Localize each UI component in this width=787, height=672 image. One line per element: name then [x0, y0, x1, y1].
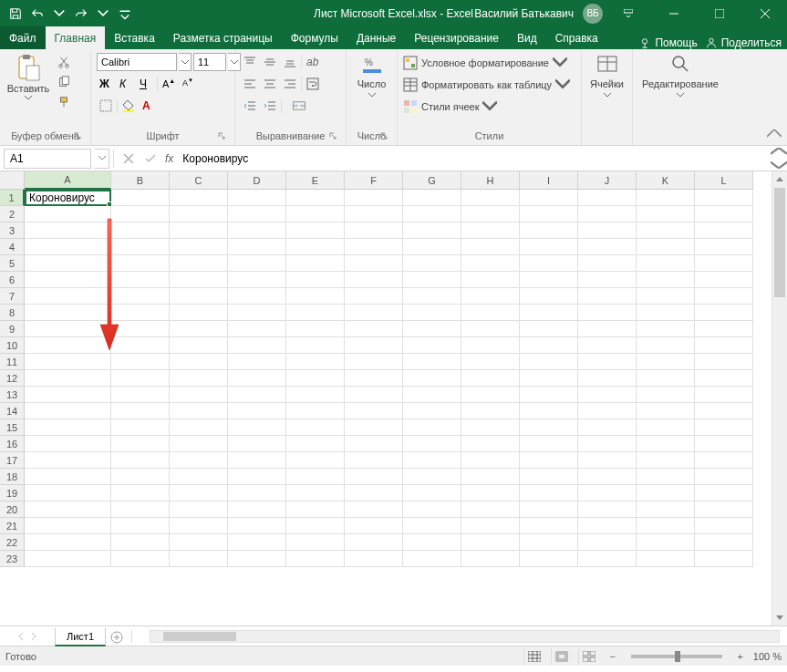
cell[interactable] [170, 551, 228, 567]
align-left-button[interactable] [241, 75, 259, 93]
cell[interactable] [25, 403, 111, 419]
cell[interactable] [695, 321, 753, 337]
decrease-font-button[interactable]: A▼ [180, 75, 198, 93]
align-top-button[interactable] [241, 53, 259, 71]
cell[interactable] [111, 419, 170, 436]
minimize-button[interactable] [654, 0, 694, 26]
row-header[interactable]: 10 [0, 337, 25, 354]
cell[interactable] [520, 255, 578, 272]
cell[interactable] [637, 206, 695, 222]
name-box[interactable]: A1 [4, 149, 91, 169]
confirm-edit-button[interactable] [140, 149, 161, 169]
cell[interactable] [520, 469, 578, 485]
redo-button[interactable] [71, 4, 91, 24]
cell[interactable] [578, 419, 637, 436]
cell[interactable] [578, 305, 637, 321]
fill-handle[interactable] [107, 202, 112, 207]
row-header[interactable]: 7 [0, 288, 25, 305]
row-header[interactable]: 18 [0, 469, 25, 485]
cell[interactable] [228, 321, 286, 337]
row-header[interactable]: 17 [0, 452, 25, 469]
cell[interactable] [111, 321, 170, 337]
cell[interactable] [111, 403, 170, 419]
cell[interactable] [228, 518, 286, 534]
column-header[interactable]: L [695, 171, 753, 190]
cell[interactable] [170, 222, 228, 239]
cell[interactable] [578, 469, 637, 485]
cell[interactable] [637, 272, 695, 288]
column-header[interactable]: K [637, 171, 695, 190]
cell[interactable] [111, 239, 170, 255]
save-button[interactable] [5, 4, 26, 24]
cell[interactable] [578, 403, 637, 419]
row-header[interactable]: 22 [0, 534, 25, 551]
cell[interactable] [695, 288, 753, 305]
cell[interactable] [228, 222, 286, 239]
cell[interactable] [403, 337, 461, 354]
cell[interactable] [345, 501, 403, 518]
cell[interactable] [403, 305, 461, 321]
cell[interactable] [228, 305, 286, 321]
cell[interactable] [111, 469, 170, 485]
cell[interactable] [286, 501, 345, 518]
ribbon-options-button[interactable] [608, 0, 648, 26]
cell[interactable] [170, 305, 228, 321]
cell[interactable] [286, 485, 345, 501]
cell[interactable] [461, 387, 520, 403]
cell[interactable] [286, 288, 345, 305]
font-name-dropdown[interactable] [179, 53, 192, 71]
cell[interactable] [637, 551, 695, 567]
cell[interactable] [345, 534, 403, 551]
cell[interactable] [345, 370, 403, 387]
cell[interactable] [25, 551, 111, 567]
cell[interactable] [111, 288, 170, 305]
row-header[interactable]: 5 [0, 255, 25, 272]
cell[interactable] [25, 272, 111, 288]
font-color-button[interactable]: A [140, 97, 158, 115]
cell[interactable] [461, 288, 520, 305]
cell[interactable] [345, 469, 403, 485]
clipboard-launcher[interactable] [72, 130, 83, 141]
name-box-dropdown[interactable] [95, 149, 109, 169]
cell[interactable] [578, 551, 637, 567]
cell[interactable] [345, 419, 403, 436]
vertical-scrollbar[interactable] [771, 171, 787, 625]
cell[interactable] [520, 239, 578, 255]
cell[interactable] [170, 403, 228, 419]
cell[interactable] [286, 321, 345, 337]
cell[interactable] [695, 354, 753, 370]
sheet-tab-1[interactable]: Лист1 [55, 628, 106, 646]
cell[interactable] [578, 501, 637, 518]
cell[interactable] [578, 436, 637, 452]
cell[interactable] [345, 288, 403, 305]
cell[interactable] [111, 190, 170, 206]
tab-page-layout[interactable]: Разметка страницы [164, 26, 282, 49]
cell[interactable] [695, 469, 753, 485]
cell[interactable] [25, 255, 111, 272]
font-size-combo[interactable]: 11 [193, 53, 226, 71]
cell[interactable] [637, 337, 695, 354]
font-launcher[interactable] [216, 130, 227, 141]
cell[interactable] [520, 518, 578, 534]
zoom-out-button[interactable]: − [606, 649, 620, 664]
cell[interactable] [286, 272, 345, 288]
cell[interactable] [695, 419, 753, 436]
cell[interactable] [637, 403, 695, 419]
cell[interactable] [403, 436, 461, 452]
cancel-edit-button[interactable] [118, 149, 140, 169]
cell[interactable] [695, 534, 753, 551]
cell[interactable] [637, 255, 695, 272]
cell[interactable] [170, 501, 228, 518]
cell[interactable] [695, 255, 753, 272]
cell[interactable] [695, 305, 753, 321]
align-right-button[interactable] [281, 75, 299, 93]
cell[interactable] [578, 534, 637, 551]
cell[interactable] [345, 354, 403, 370]
cell[interactable] [461, 436, 520, 452]
cell[interactable] [578, 272, 637, 288]
cell[interactable] [695, 518, 753, 534]
cell[interactable] [111, 534, 170, 551]
cell[interactable] [111, 305, 170, 321]
cell[interactable] [461, 321, 520, 337]
wrap-text-button[interactable] [304, 75, 322, 93]
